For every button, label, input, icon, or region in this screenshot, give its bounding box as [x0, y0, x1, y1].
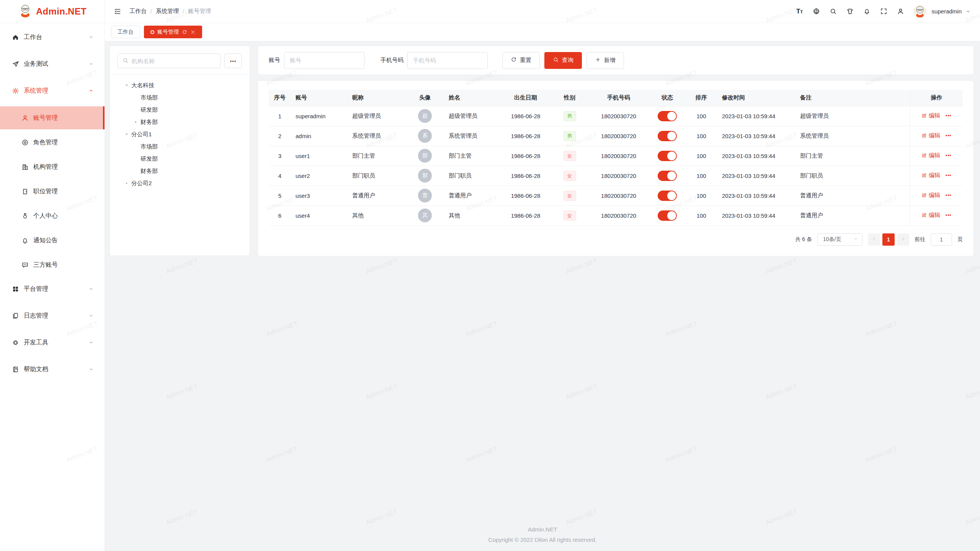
- log-icon: [11, 312, 19, 320]
- edit-button[interactable]: 编辑: [921, 132, 940, 139]
- status-toggle[interactable]: [658, 191, 677, 201]
- chevron-down-icon: [88, 313, 94, 318]
- edit-icon: [921, 173, 927, 178]
- account-input[interactable]: [284, 52, 364, 69]
- bell-icon: [21, 236, 29, 244]
- status-toggle[interactable]: [658, 171, 677, 181]
- table-header-cell: 操作: [910, 90, 963, 106]
- sidebar-item-workbench[interactable]: 工作台: [0, 26, 105, 48]
- tree-node[interactable]: 分公司1: [118, 128, 242, 140]
- tree-node[interactable]: 研发部: [118, 104, 242, 116]
- status-toggle[interactable]: [658, 111, 677, 121]
- caret-right-icon[interactable]: [131, 117, 140, 127]
- query-button[interactable]: 查询: [544, 52, 582, 69]
- cell-modified: 2023-01-03 10:59:44: [717, 186, 795, 205]
- app-root: Admin.NET 工作台业务测试系统管理账号管理角色管理机构管理职位管理个人中…: [0, 0, 980, 551]
- sidebar: Admin.NET 工作台业务测试系统管理账号管理角色管理机构管理职位管理个人中…: [0, 0, 105, 551]
- logo-link[interactable]: Admin.NET: [0, 0, 105, 23]
- page-size-select[interactable]: 10条/页: [817, 233, 862, 246]
- row-more-button[interactable]: •••: [946, 113, 952, 118]
- tree-node[interactable]: 市场部: [118, 140, 242, 153]
- edit-button[interactable]: 编辑: [921, 112, 940, 119]
- tree-node[interactable]: 市场部: [118, 91, 242, 104]
- row-more-button[interactable]: •••: [946, 212, 952, 218]
- reset-button[interactable]: 重置: [502, 52, 540, 69]
- edit-icon: [921, 153, 927, 158]
- phone-input[interactable]: [407, 52, 488, 69]
- sidebar-item-biz-test[interactable]: 业务测试: [0, 53, 105, 75]
- sidebar-item-post[interactable]: 职位管理: [0, 180, 105, 203]
- close-icon[interactable]: [190, 29, 196, 35]
- sidebar-item-label: 职位管理: [33, 187, 94, 196]
- sidebar-item-notice[interactable]: 通知公告: [0, 229, 105, 252]
- collapse-sidebar-icon[interactable]: [112, 6, 123, 17]
- account-label: 账号: [269, 57, 280, 64]
- breadcrumb-item[interactable]: 系统管理: [156, 8, 179, 15]
- edit-button[interactable]: 编辑: [921, 212, 940, 219]
- tree-node-label: 研发部: [140, 155, 158, 163]
- search-icon[interactable]: [826, 4, 841, 19]
- refresh-icon[interactable]: [182, 29, 187, 35]
- theme-icon[interactable]: [843, 4, 858, 19]
- page-number-current[interactable]: 1: [882, 233, 895, 246]
- sidebar-item-role[interactable]: 角色管理: [0, 131, 105, 154]
- row-more-button[interactable]: •••: [946, 153, 952, 158]
- table-header-cell: 出生日期: [500, 90, 551, 106]
- status-toggle[interactable]: [658, 151, 677, 161]
- cell-index: 1: [269, 106, 291, 126]
- cell-birthdate: 1986-06-28: [500, 126, 551, 146]
- font-size-icon[interactable]: TT: [792, 4, 807, 19]
- content-area: ••• 大名科技市场部研发部财务部分公司1市场部研发部财务部分公司2 账号 手机…: [105, 41, 980, 551]
- row-more-button[interactable]: •••: [946, 192, 952, 198]
- chevron-down-icon: [88, 34, 94, 40]
- caret-down-icon[interactable]: [122, 81, 131, 90]
- goto-page-input[interactable]: [931, 233, 952, 246]
- edit-button[interactable]: 编辑: [921, 172, 940, 179]
- cell-actions: 编辑•••: [910, 166, 963, 186]
- next-page-button[interactable]: [897, 233, 909, 246]
- status-toggle[interactable]: [658, 131, 677, 141]
- cell-phone: 18020030720: [588, 186, 649, 205]
- status-toggle[interactable]: [658, 210, 677, 221]
- sidebar-item-platform[interactable]: 平台管理: [0, 278, 105, 300]
- tab-账号管理[interactable]: 账号管理: [144, 26, 202, 38]
- edit-button[interactable]: 编辑: [921, 192, 940, 199]
- tree-node[interactable]: 研发部: [118, 153, 242, 165]
- person-icon[interactable]: [893, 4, 908, 19]
- cell-phone: 18020030720: [588, 146, 649, 166]
- tree-node[interactable]: 财务部: [118, 165, 242, 177]
- sidebar-item-log[interactable]: 日志管理: [0, 305, 105, 327]
- tab-工作台[interactable]: 工作台: [111, 26, 140, 38]
- notification-icon[interactable]: [860, 4, 874, 19]
- edit-icon: [921, 212, 927, 218]
- add-button[interactable]: 新增: [586, 52, 624, 69]
- breadcrumb-item[interactable]: 工作台: [129, 8, 147, 15]
- caret-down-icon[interactable]: [122, 130, 131, 139]
- cell-avatar: 部: [406, 146, 444, 166]
- language-icon[interactable]: [809, 4, 824, 19]
- user-avatar[interactable]: [913, 5, 926, 18]
- sidebar-item-account[interactable]: 账号管理: [0, 106, 105, 129]
- row-more-button[interactable]: •••: [946, 133, 952, 138]
- sidebar-item-org[interactable]: 机构管理: [0, 155, 105, 178]
- org-search-input[interactable]: [132, 58, 216, 64]
- tree-node[interactable]: 财务部: [118, 116, 242, 128]
- tree-node[interactable]: 分公司2: [118, 177, 242, 189]
- row-more-button[interactable]: •••: [946, 173, 952, 178]
- chevron-down-icon[interactable]: [965, 9, 971, 14]
- cell-nickname: 其他: [348, 205, 406, 225]
- sidebar-item-docs[interactable]: 帮助文档: [0, 358, 105, 380]
- prev-page-button[interactable]: [868, 233, 880, 246]
- sidebar-item-profile[interactable]: 个人中心: [0, 204, 105, 227]
- sidebar-item-thirdparty[interactable]: 三方账号: [0, 253, 105, 276]
- caret-right-icon[interactable]: [122, 179, 131, 188]
- sidebar-item-system[interactable]: 系统管理: [0, 80, 105, 102]
- footer-title: Admin.NET: [105, 524, 980, 535]
- tree-node[interactable]: 大名科技: [118, 79, 242, 91]
- edit-button[interactable]: 编辑: [921, 152, 940, 159]
- sidebar-item-devtools[interactable]: 开发工具: [0, 331, 105, 354]
- user-name[interactable]: superadmin: [932, 8, 962, 15]
- toggle-knob: [667, 112, 676, 121]
- org-more-button[interactable]: •••: [224, 54, 242, 68]
- fullscreen-icon[interactable]: [877, 4, 891, 19]
